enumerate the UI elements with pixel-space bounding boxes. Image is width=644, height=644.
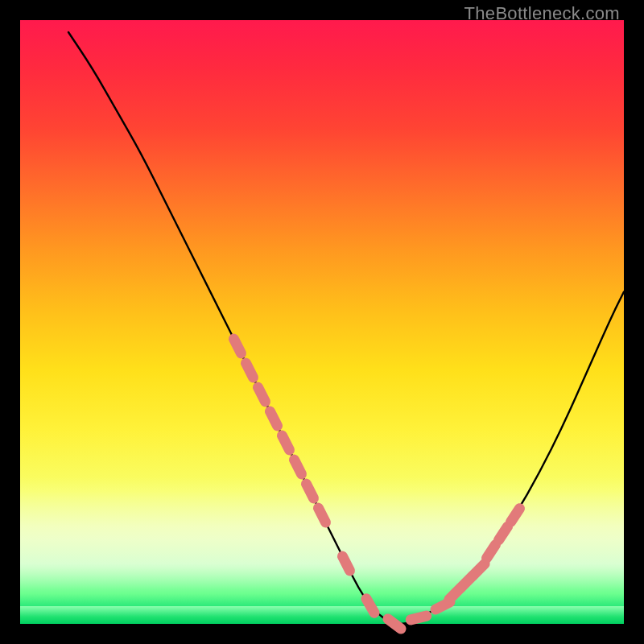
curve-marker bbox=[283, 436, 290, 450]
curve-marker bbox=[246, 363, 254, 378]
curve-marker bbox=[234, 339, 242, 353]
curve-marker bbox=[487, 545, 496, 559]
curve-marker bbox=[388, 619, 401, 629]
curve-marker bbox=[270, 411, 278, 426]
marker-cluster-valley bbox=[319, 508, 450, 629]
bottleneck-curve bbox=[68, 32, 624, 624]
curve-marker bbox=[307, 484, 314, 498]
curve-layer bbox=[20, 20, 624, 624]
chart-frame: TheBottleneck.com bbox=[0, 0, 644, 644]
watermark-text: TheBottleneck.com bbox=[464, 3, 620, 24]
curve-marker bbox=[343, 556, 350, 571]
curve-marker bbox=[411, 616, 426, 620]
curve-marker bbox=[473, 564, 485, 575]
curve-marker bbox=[499, 526, 508, 540]
marker-cluster-right bbox=[449, 509, 520, 600]
curve-marker bbox=[511, 509, 520, 522]
curve-marker bbox=[319, 508, 326, 522]
marker-cluster-left bbox=[234, 339, 314, 498]
curve-marker bbox=[366, 599, 374, 613]
curve-marker bbox=[295, 460, 302, 474]
curve-marker bbox=[258, 387, 266, 402]
